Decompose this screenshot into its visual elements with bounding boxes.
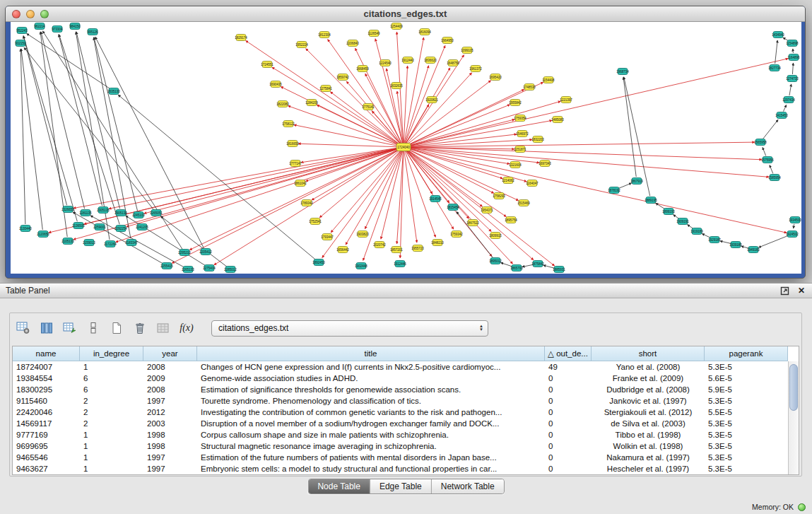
graph-edge[interactable] — [365, 151, 401, 228]
graph-edge[interactable] — [618, 183, 632, 189]
graph-edge[interactable] — [331, 151, 401, 233]
graph-edge[interactable] — [702, 233, 710, 238]
table-row[interactable]: 911546021997Tourette syndrome. Phenomeno… — [13, 395, 788, 407]
graph-edge[interactable] — [41, 32, 85, 209]
column-header-in-degree[interactable]: in_degree — [80, 346, 143, 361]
graph-edge[interactable] — [789, 84, 792, 95]
table-row[interactable]: 2242004622012Investigating the contribut… — [13, 407, 788, 418]
graph-edge[interactable] — [623, 77, 636, 177]
tab-edge-table[interactable]: Edge Table — [370, 479, 432, 493]
new-table-icon[interactable] — [108, 320, 125, 336]
graph-edge[interactable] — [397, 91, 403, 143]
graph-edge[interactable] — [404, 151, 417, 243]
delete-table-icon[interactable] — [131, 320, 148, 336]
graph-edge[interactable] — [294, 125, 399, 146]
graph-edge[interactable] — [23, 36, 77, 222]
table-settings-icon[interactable] — [15, 320, 32, 336]
graph-edge[interactable] — [783, 105, 786, 111]
minimize-window-button[interactable] — [26, 10, 35, 18]
graph-edge[interactable] — [656, 203, 665, 209]
graph-edge[interactable] — [408, 59, 788, 146]
tab-network-table[interactable]: Network Table — [432, 479, 504, 493]
graph-edge[interactable] — [408, 147, 769, 177]
graph-edge[interactable] — [794, 224, 794, 228]
zoom-window-button[interactable] — [40, 10, 49, 18]
graph-edge[interactable] — [404, 66, 407, 143]
graph-edge[interactable] — [405, 151, 435, 238]
graph-edge[interactable] — [144, 148, 399, 214]
import-table-icon[interactable] — [61, 320, 78, 336]
graph-edge[interactable] — [319, 150, 400, 218]
graph-edge[interactable] — [770, 165, 773, 173]
column-header-out-de[interactable]: △ out_de... — [545, 346, 592, 361]
column-header-pagerank[interactable]: pagerank — [705, 346, 788, 361]
table-row[interactable]: 1830029562008Estimation of significance … — [13, 384, 788, 395]
column-header-title[interactable]: title — [197, 346, 545, 361]
network-graph[interactable]: 1724040182917417245511690435182208317581… — [11, 22, 801, 274]
graph-edge[interactable] — [406, 151, 433, 194]
graph-edge[interactable] — [763, 147, 766, 156]
table-row[interactable]: 946362711997Embryonic stem cells: a mode… — [13, 463, 788, 474]
table-row[interactable]: 969969511998Structural magnetic resonanc… — [13, 440, 788, 452]
network-canvas[interactable]: 1724040182917417245511690435182208317581… — [11, 22, 801, 274]
show-columns-icon[interactable] — [38, 320, 55, 336]
vertical-scrollbar[interactable] — [788, 361, 799, 474]
graph-edge[interactable] — [288, 106, 400, 146]
table-cell: 0 — [545, 418, 592, 429]
close-panel-button[interactable]: ✕ — [796, 286, 806, 296]
graph-edge[interactable] — [758, 235, 788, 247]
graph-edge[interactable] — [406, 105, 429, 144]
network-select-dropdown[interactable]: citations_edges.txt ▲▼ — [211, 320, 488, 337]
graph-edge[interactable] — [406, 151, 492, 257]
merge-table-icon[interactable] — [155, 320, 172, 336]
graph-edge[interactable] — [214, 149, 400, 265]
graph-edge[interactable] — [408, 142, 755, 147]
graph-edge[interactable] — [404, 37, 423, 143]
graph-edge[interactable] — [49, 148, 399, 233]
graph-edge[interactable] — [775, 40, 778, 64]
graph-edge[interactable] — [317, 105, 399, 145]
graph-edge[interactable] — [126, 148, 400, 227]
graph-edge[interactable] — [160, 216, 227, 267]
table-row[interactable]: 1872400712008Changes of HCN gene express… — [13, 361, 788, 373]
graph-edge[interactable] — [405, 66, 429, 144]
graph-edge[interactable] — [406, 73, 472, 144]
table-row[interactable]: 946554611997Estimation of the future num… — [13, 452, 788, 463]
column-header-name[interactable]: name — [13, 346, 80, 361]
graph-edge[interactable] — [172, 149, 399, 264]
float-panel-icon[interactable] — [779, 286, 789, 296]
graph-edge[interactable] — [793, 49, 794, 53]
graph-edge[interactable] — [408, 148, 787, 233]
graph-edge[interactable] — [408, 119, 514, 146]
graph-edge[interactable] — [792, 63, 793, 74]
graph-edge[interactable] — [408, 134, 517, 146]
graph-edge[interactable] — [73, 148, 399, 208]
graph-edge[interactable] — [301, 148, 399, 163]
column-icon[interactable] — [85, 320, 102, 336]
table-row[interactable]: 977716911998Corpus callosum shape and si… — [13, 429, 788, 440]
close-window-button[interactable] — [12, 10, 20, 18]
table-row[interactable]: 1456911722003Disruption of a novel membe… — [13, 418, 788, 429]
column-header-year[interactable]: year — [143, 346, 197, 361]
graph-edge[interactable] — [400, 151, 404, 258]
graph-edge[interactable] — [21, 49, 42, 230]
graph-edge[interactable] — [95, 37, 204, 248]
table-row[interactable]: 1938455462009Genome-wide association stu… — [13, 373, 788, 384]
scrollbar-thumb[interactable] — [789, 364, 798, 411]
graph-edge[interactable] — [76, 32, 120, 209]
graph-edge[interactable] — [116, 148, 400, 243]
function-builder-icon[interactable]: f(x) — [178, 320, 195, 336]
graph-edge[interactable] — [42, 31, 182, 249]
column-header-short[interactable]: short — [592, 346, 705, 361]
graph-edge[interactable] — [20, 49, 25, 224]
tab-node-table[interactable]: Node Table — [308, 479, 370, 493]
graph-edge[interactable] — [109, 148, 399, 209]
graph-edge[interactable] — [298, 144, 399, 147]
graph-edge[interactable] — [381, 151, 403, 239]
graph-edge[interactable] — [763, 119, 778, 139]
graph-edge[interactable] — [40, 32, 67, 237]
window-titlebar[interactable]: citations_edges.txt — [6, 6, 805, 22]
graph-edge[interactable] — [387, 69, 403, 143]
graph-edge[interactable] — [407, 149, 494, 194]
graph-edge[interactable] — [408, 105, 510, 146]
